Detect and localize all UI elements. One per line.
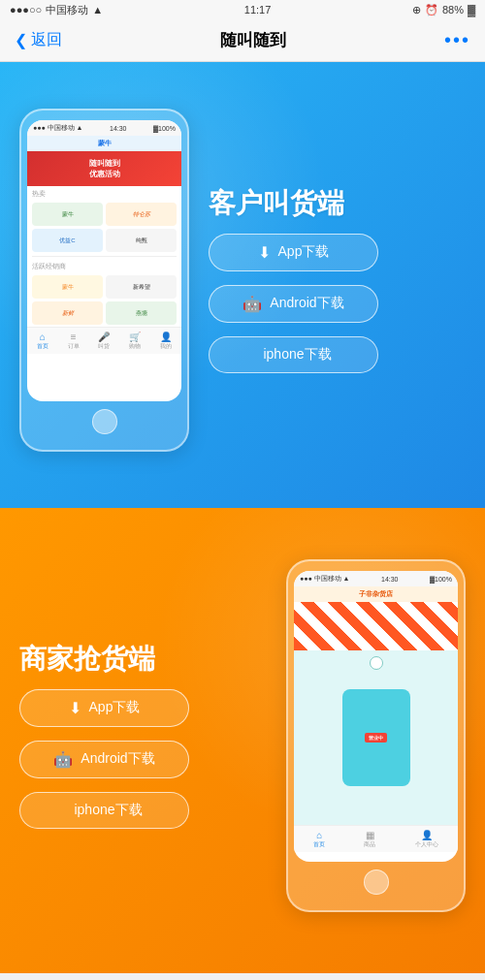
blue-nav-cart: 🛒 购物 bbox=[129, 332, 141, 350]
blue-android-download-button[interactable]: 🤖 Android下载 bbox=[209, 285, 378, 323]
blue-phone-carrier: ●●● 中国移动 ▲ bbox=[33, 123, 83, 133]
orange-status-badge: 营业中 bbox=[365, 733, 387, 743]
status-time: 11:17 bbox=[244, 4, 272, 16]
cart-icon: 🛒 bbox=[129, 332, 141, 342]
blue-phone-mockup: ●●● 中国移动 ▲ 14:30 ▓100% 蒙牛 随叫随到优惠活动 热卖 蒙牛… bbox=[19, 109, 189, 452]
blue-active-label: 活跃经销商 bbox=[27, 259, 181, 273]
orange-iphone-download-button[interactable]: iphone下载 bbox=[19, 792, 189, 829]
list-icon: ≡ bbox=[71, 332, 77, 342]
orange-store-body: 营业中 bbox=[294, 650, 458, 825]
orange-home-button bbox=[364, 869, 389, 895]
orange-phone-mockup: ●●● 中国移动 ▲ 14:30 ▓100% 子非杂货店 营业中 ⌂ bbox=[286, 559, 466, 912]
dealer-item-1: 蒙牛 bbox=[32, 275, 103, 299]
orange-iphone-download-label: iphone下载 bbox=[74, 802, 142, 819]
chevron-left-icon: ❮ bbox=[15, 31, 27, 49]
blue-hot-label: 热卖 bbox=[27, 186, 181, 201]
blue-heading: 客户叫货端 bbox=[209, 187, 344, 220]
brand-item-4: 纯甄 bbox=[106, 229, 177, 252]
carrier-name: 中国移动 bbox=[46, 3, 88, 17]
download-icon-orange: ⬇ bbox=[69, 699, 81, 717]
brand-item-1: 蒙牛 bbox=[32, 203, 103, 226]
alarm-icon: ⏰ bbox=[425, 4, 438, 16]
orange-store-tablet: 营业中 bbox=[342, 689, 410, 786]
blue-phone-battery: ▓100% bbox=[153, 125, 176, 132]
blue-bottom-nav: ⌂ 首页 ≡ 订单 🎤 叫货 🛒 购物 👤 我的 bbox=[27, 327, 181, 354]
blue-iphone-download-button[interactable]: iphone下载 bbox=[209, 336, 378, 373]
blue-iphone-download-label: iphone下载 bbox=[263, 346, 331, 364]
orange-nav-home: ⌂ 首页 bbox=[313, 830, 325, 848]
signal-dots: ●●●○○ bbox=[10, 4, 42, 16]
blue-section-right: 客户叫货端 ⬇ App下载 🤖 Android下载 iphone下载 bbox=[189, 187, 466, 373]
location-icon: ⊕ bbox=[412, 4, 421, 16]
orange-app-download-button[interactable]: ⬇ App下载 bbox=[19, 689, 189, 727]
blue-divider bbox=[32, 256, 177, 257]
blue-android-download-label: Android下载 bbox=[270, 295, 343, 312]
dealer-item-3: 新鲜 bbox=[32, 301, 103, 325]
orange-store-circle bbox=[370, 656, 383, 670]
wifi-icon: ▲ bbox=[92, 4, 103, 16]
orange-store-banner bbox=[294, 602, 458, 650]
orange-home-icon: ⌂ bbox=[316, 830, 322, 840]
download-icon: ⬇ bbox=[258, 243, 271, 262]
orange-phone-battery: ▓100% bbox=[430, 576, 452, 583]
blue-app-banner: 随叫随到优惠活动 bbox=[27, 151, 181, 186]
back-button[interactable]: ❮ 返回 bbox=[15, 30, 62, 50]
blue-nav-order: ≡ 订单 bbox=[68, 332, 80, 350]
blue-section: ●●● 中国移动 ▲ 14:30 ▓100% 蒙牛 随叫随到优惠活动 热卖 蒙牛… bbox=[0, 62, 485, 508]
page-title: 随叫随到 bbox=[220, 29, 286, 51]
orange-heading: 商家抢货端 bbox=[19, 643, 189, 676]
blue-app-download-button[interactable]: ⬇ App下载 bbox=[209, 234, 378, 271]
battery-level: 88% bbox=[442, 4, 464, 16]
orange-phone-screen: ●●● 中国移动 ▲ 14:30 ▓100% 子非杂货店 营业中 ⌂ bbox=[294, 571, 458, 862]
orange-section: 商家抢货端 ⬇ App下载 🤖 Android下载 iphone下载 ●●● 中… bbox=[0, 508, 485, 973]
android-icon: 🤖 bbox=[242, 295, 262, 313]
orange-profile-icon: 👤 bbox=[421, 830, 433, 840]
orange-store-title: 子非杂货店 bbox=[359, 590, 393, 597]
blue-dealer-grid: 蒙牛 新希望 新鲜 燕塘 bbox=[27, 273, 181, 327]
user-icon: 👤 bbox=[160, 332, 172, 342]
blue-phone-status: ●●● 中国移动 ▲ 14:30 ▓100% bbox=[27, 120, 181, 136]
orange-phone-status: ●●● 中国移动 ▲ 14:30 ▓100% bbox=[294, 571, 458, 586]
blue-nav-home: ⌂ 首页 bbox=[37, 332, 48, 350]
status-bar: ●●●○○ 中国移动 ▲ 11:17 ⊕ ⏰ 88% ▓ bbox=[0, 0, 485, 19]
orange-phone-time: 14:30 bbox=[381, 576, 399, 583]
orange-section-left: 商家抢货端 ⬇ App下载 🤖 Android下载 iphone下载 bbox=[19, 643, 189, 829]
orange-bottom-nav: ⌂ 首页 ▦ 商品 👤 个人中心 bbox=[294, 825, 458, 852]
blue-nav-mic: 🎤 叫货 bbox=[98, 332, 110, 350]
blue-banner-text: 随叫随到优惠活动 bbox=[89, 158, 120, 179]
orange-nav-profile: 👤 个人中心 bbox=[415, 830, 438, 848]
android-icon-orange: 🤖 bbox=[53, 750, 73, 769]
status-right: ⊕ ⏰ 88% ▓ bbox=[412, 4, 475, 16]
blue-phone-time: 14:30 bbox=[110, 125, 127, 132]
more-button[interactable]: ••• bbox=[444, 29, 470, 51]
dealer-item-4: 燕塘 bbox=[106, 301, 177, 325]
blue-home-button bbox=[92, 409, 117, 434]
orange-android-download-button[interactable]: 🤖 Android下载 bbox=[19, 741, 189, 778]
blue-brand-grid: 蒙牛 特仑苏 优益C 纯甄 bbox=[27, 201, 181, 254]
blue-app-download-label: App下载 bbox=[278, 243, 330, 261]
blue-phone-screen: ●●● 中国移动 ▲ 14:30 ▓100% 蒙牛 随叫随到优惠活动 热卖 蒙牛… bbox=[27, 120, 181, 401]
brand-item-3: 优益C bbox=[32, 229, 103, 252]
orange-nav-goods: ▦ 商品 bbox=[364, 830, 375, 848]
orange-android-download-label: Android下载 bbox=[81, 750, 154, 768]
orange-app-download-label: App下载 bbox=[89, 699, 141, 716]
battery-icon: ▓ bbox=[468, 4, 475, 16]
home-icon: ⌂ bbox=[40, 332, 46, 342]
status-left: ●●●○○ 中国移动 ▲ bbox=[10, 3, 103, 17]
orange-app-header: 子非杂货店 bbox=[294, 586, 458, 602]
blue-nav-me: 👤 我的 bbox=[160, 332, 172, 350]
nav-bar: ❮ 返回 随叫随到 ••• bbox=[0, 19, 485, 62]
back-label: 返回 bbox=[31, 30, 62, 50]
dealer-item-2: 新希望 bbox=[106, 275, 177, 299]
mic-icon: 🎤 bbox=[98, 332, 110, 342]
brand-item-2: 特仑苏 bbox=[106, 203, 177, 226]
blue-app-header: 蒙牛 bbox=[27, 136, 181, 151]
orange-goods-icon: ▦ bbox=[366, 830, 374, 840]
orange-phone-carrier: ●●● 中国移动 ▲ bbox=[300, 574, 350, 584]
